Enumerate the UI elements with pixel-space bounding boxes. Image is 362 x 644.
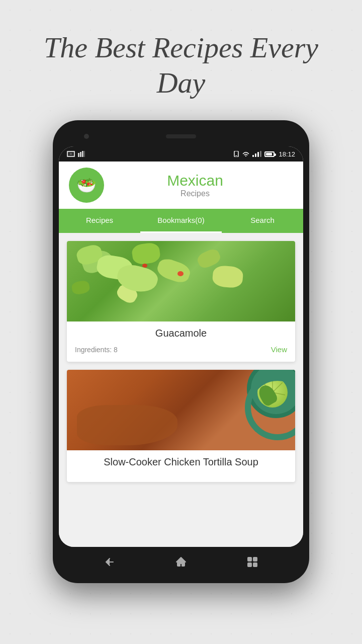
logo-emoji: 🥗: [76, 176, 97, 195]
recipe-name-soup: Slow-Cooker Chicken Tortilla Soup: [75, 456, 287, 468]
svg-rect-7: [234, 151, 238, 157]
bars-status-icon: [78, 151, 85, 157]
recipe-name-guacamole: Guacamole: [75, 328, 287, 339]
status-time: 18:12: [279, 150, 295, 158]
app-header: 🥗 Mexican Recipes: [59, 162, 303, 209]
soup-image: [67, 370, 295, 450]
app-subtitle: Recipes: [112, 189, 278, 198]
status-left: [67, 151, 85, 157]
status-bar: 18:12: [59, 146, 303, 162]
svg-rect-6: [84, 151, 85, 157]
app-title-area: Mexican Recipes: [112, 172, 293, 198]
phone-bottom-bar: [59, 547, 303, 577]
tabs-bar: Recipes Bookmarks(0) Search: [59, 209, 303, 233]
recipe-ingredients-guacamole: Ingredients: 8: [75, 346, 118, 354]
recipe-card-guacamole[interactable]: Guacamole Ingredients: 8 View: [67, 241, 295, 362]
svg-rect-16: [253, 557, 257, 561]
recipe-info-guacamole: Guacamole Ingredients: 8 View: [67, 321, 295, 362]
tab-search[interactable]: Search: [222, 209, 303, 233]
phone-speaker: [166, 134, 196, 138]
content-scroll: Guacamole Ingredients: 8 View: [59, 233, 303, 547]
status-right: 18:12: [233, 150, 295, 158]
back-button[interactable]: [101, 553, 119, 571]
photo-status-icon: [67, 151, 75, 157]
wifi-status-icon: [242, 151, 249, 157]
signal-bars: [252, 151, 261, 157]
svg-rect-15: [248, 557, 251, 561]
app-logo: 🥗: [69, 168, 104, 203]
phone-screen: 18:12 🥗 Mexican Recipes Recipes Bookmark…: [59, 146, 303, 547]
recipe-info-soup: Slow-Cooker Chicken Tortilla Soup: [67, 450, 295, 482]
app-name: Mexican: [112, 172, 278, 189]
phone-status-icon: [233, 151, 239, 157]
phone-top-bar: [59, 126, 303, 146]
svg-rect-18: [253, 563, 257, 567]
svg-point-2: [70, 153, 72, 155]
svg-rect-3: [78, 153, 79, 157]
tab-bookmarks[interactable]: Bookmarks(0): [140, 209, 222, 233]
svg-rect-4: [80, 152, 81, 157]
svg-point-9: [245, 155, 246, 156]
front-camera: [84, 134, 89, 139]
phone-device: 18:12 🥗 Mexican Recipes Recipes Bookmark…: [53, 120, 309, 583]
svg-rect-8: [235, 155, 237, 156]
recipe-view-button-guacamole[interactable]: View: [271, 345, 287, 354]
guacamole-image: [67, 241, 295, 321]
battery-icon: [264, 151, 275, 157]
recents-button[interactable]: [243, 553, 261, 571]
guacamole-chunks: [67, 241, 295, 321]
page-title-area: The Best Recipes Every Day: [0, 0, 362, 120]
recipe-meta-guacamole: Ingredients: 8 View: [75, 345, 287, 354]
page-title: The Best Recipes Every Day: [40, 30, 322, 100]
home-button[interactable]: [172, 553, 190, 571]
tab-recipes[interactable]: Recipes: [59, 209, 140, 233]
recipe-card-soup[interactable]: Slow-Cooker Chicken Tortilla Soup: [67, 370, 295, 482]
svg-rect-17: [248, 563, 251, 567]
svg-rect-5: [82, 151, 83, 157]
